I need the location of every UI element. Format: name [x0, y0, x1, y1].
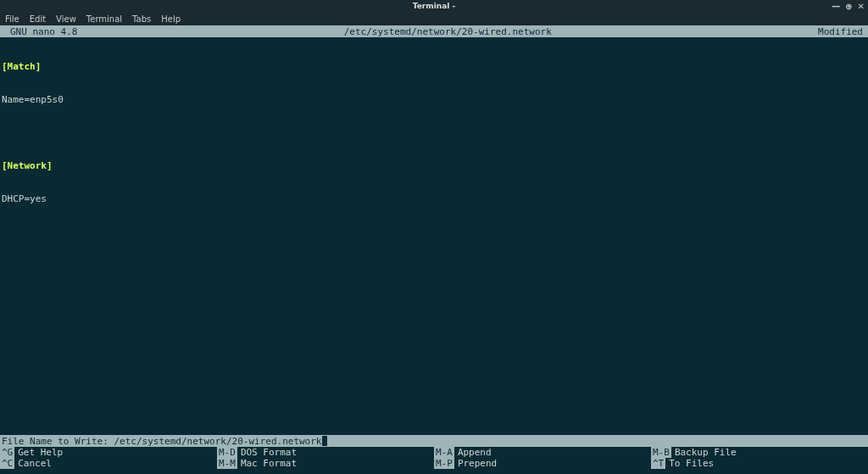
- shortcut-mac-format[interactable]: M-M Mac Format: [217, 458, 434, 469]
- shortcut-label: DOS Format: [237, 447, 297, 458]
- menu-terminal[interactable]: Terminal: [86, 14, 122, 24]
- menu-help[interactable]: Help: [161, 14, 181, 24]
- nano-prompt-bar[interactable]: File Name to Write: /etc/systemd/network…: [0, 435, 868, 447]
- shortcut-label: Get Help: [14, 447, 63, 458]
- shortcut-key: M-A: [434, 447, 454, 458]
- nano-version: GNU nano 4.8: [2, 26, 77, 37]
- editor-line: Name=enp5s0: [2, 94, 64, 105]
- menu-edit[interactable]: Edit: [30, 14, 46, 24]
- shortcut-key: ^G: [0, 447, 14, 458]
- editor-line: [Match]: [2, 61, 41, 72]
- close-icon[interactable]: ✕: [858, 2, 865, 11]
- nano-modified-indicator: Modified: [818, 26, 866, 37]
- shortcut-cancel[interactable]: ^C Cancel: [0, 458, 217, 469]
- shortcut-append[interactable]: M-A Append: [434, 447, 651, 458]
- window-title: Terminal -: [413, 2, 455, 10]
- shortcut-get-help[interactable]: ^G Get Help: [0, 447, 217, 458]
- shortcut-backup-file[interactable]: M-B Backup File: [651, 447, 868, 458]
- shortcut-key: M-M: [217, 458, 237, 469]
- menu-bar: File Edit View Terminal Tabs Help: [0, 12, 868, 25]
- window-titlebar: Terminal - — ⊕ ✕: [0, 0, 868, 12]
- editor-line: [Network]: [2, 160, 53, 171]
- menu-file[interactable]: File: [5, 14, 19, 24]
- editor-line: DHCP=yes: [2, 193, 47, 204]
- shortcut-label: Cancel: [14, 458, 52, 469]
- shortcut-label: Mac Format: [237, 458, 297, 469]
- filename-input[interactable]: /etc/systemd/network/20-wired.network: [114, 436, 321, 447]
- shortcut-label: To Files: [665, 458, 714, 469]
- menu-tabs[interactable]: Tabs: [132, 14, 151, 24]
- shortcut-label: Backup File: [671, 447, 737, 458]
- shortcut-key: M-P: [434, 458, 454, 469]
- maximize-icon[interactable]: ⊕: [845, 2, 852, 11]
- bottom-padding: [0, 469, 868, 474]
- menu-view[interactable]: View: [56, 14, 76, 24]
- nano-shortcut-bar: ^G Get Help M-D DOS Format M-A Append M-…: [0, 447, 868, 469]
- minimize-icon[interactable]: —: [832, 2, 840, 11]
- window-controls: — ⊕ ✕: [832, 2, 865, 11]
- shortcut-label: Prepend: [454, 458, 497, 469]
- shortcut-prepend[interactable]: M-P Prepend: [434, 458, 651, 469]
- shortcut-key: M-B: [651, 447, 671, 458]
- nano-title-bar: GNU nano 4.8 /etc/systemd/network/20-wir…: [0, 25, 868, 37]
- shortcut-key: M-D: [217, 447, 237, 458]
- shortcut-dos-format[interactable]: M-D DOS Format: [217, 447, 434, 458]
- shortcut-key: ^C: [0, 458, 14, 469]
- prompt-label: File Name to Write:: [2, 436, 114, 447]
- nano-filename: /etc/systemd/network/20-wired.network: [77, 26, 818, 37]
- shortcut-label: Append: [454, 447, 492, 458]
- shortcut-to-files[interactable]: ^T To Files: [651, 458, 868, 469]
- text-cursor: [322, 436, 327, 446]
- editor-area[interactable]: [Match] Name=enp5s0 [Network] DHCP=yes: [0, 37, 868, 435]
- shortcut-key: ^T: [651, 458, 665, 469]
